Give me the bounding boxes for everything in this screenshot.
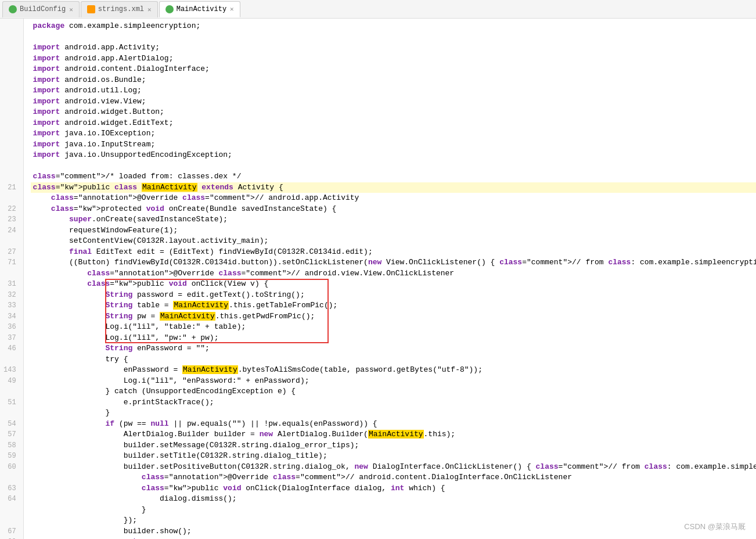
watermark: CSDN @菜浪马厩 [684,522,746,532]
code-line-40: builder.setTitle(C0132R.string.dialog_ti… [31,451,756,462]
code-line-31: try { [31,354,756,365]
tab-strings-xml[interactable]: strings.xml ✕ [81,1,158,17]
tab-mainactivity-icon [165,5,174,13]
code-line-5: import android.os.Bundle; [31,75,756,86]
code-line-29: Log.i("lil", "pw:" + pw); [31,333,756,344]
tab-buildconfig[interactable]: BuildConfig ✕ [2,1,80,17]
tab-bar: BuildConfig ✕ strings.xml ✕ MainActivity… [0,0,756,19]
code-line-33: Log.i("lil", "enPassword:" + enPassword)… [31,376,756,387]
line-numbers: 2122232427713132333436374614349515457585… [0,19,24,539]
code-line-4: import android.content.DialogInterface; [31,64,756,75]
tab-strings-xml-close[interactable]: ✕ [147,6,152,13]
code-line-43: class="kw">public void onClick(DialogInt… [31,483,756,494]
code-line-18: super.onCreate(savedInstanceState); [31,214,756,225]
code-line-37: if (pw == null || pw.equals("") || !pw.e… [31,419,756,430]
code-line-27: String pw = MainActivity.this.getPwdFrom… [31,311,756,322]
code-line-21: final EditText edit = (EditText) findVie… [31,247,756,258]
code-line-26: String table = MainActivity.this.getTabl… [31,300,756,311]
code-line-39: builder.setMessage(C0132R.string.dialog_… [31,440,756,451]
code-line-35: e.printStackTrace(); [31,397,756,408]
code-line-41: builder.setPositiveButton(C0132R.string.… [31,462,756,473]
code-line-10: import java.io.IOException; [31,128,756,139]
code-line-24: class="kw">public void onClick(View v) { [31,279,756,290]
code-line-23: class="annotation">@Override class="comm… [31,268,756,279]
code-line-46: }); [31,515,756,526]
code-line-8: import android.widget.Button; [31,107,756,118]
code-line-3: import android.app.AlertDialog; [31,53,756,64]
tab-buildconfig-label: BuildConfig [20,5,66,13]
code-line-20: setContentView(C0132R.layout.activity_ma… [31,236,756,247]
code-line-45: } [31,505,756,516]
code-content[interactable]: package com.example.simpleencryption;imp… [24,19,756,539]
tab-mainactivity-label: MainActivity [177,5,226,13]
tab-buildconfig-icon [9,5,17,13]
code-line-2: import android.app.Activity; [31,42,756,53]
code-line-36: } [31,408,756,419]
code-line-47: builder.show(); [31,526,756,537]
code-line-28: Log.i("lil", "table:" + table); [31,322,756,333]
code-line-7: import android.view.View; [31,96,756,107]
tab-buildconfig-close[interactable]: ✕ [69,6,73,13]
editor-area: 2122232427713132333436374614349515457585… [0,19,756,539]
code-line-32: enPassword = MainActivity.bytesToAliSmsC… [31,365,756,376]
tab-strings-xml-icon [87,5,95,13]
tab-strings-xml-label: strings.xml [98,5,144,13]
code-line-17: class="kw">protected void onCreate(Bundl… [31,204,756,215]
code-line-42: class="annotation">@Override class="comm… [31,472,756,483]
code-line-11: import java.io.InputStream; [31,139,756,150]
code-line-25: String password = edit.getText().toStrin… [31,290,756,301]
code-line-15: class="kw">public class MainActivity ext… [31,182,756,193]
code-line-30: String enPassword = ""; [31,343,756,354]
code-line-44: dialog.dismiss(); [31,494,756,505]
code-line-9: import android.widget.EditText; [31,118,756,129]
code-line-38: AlertDialog.Builder builder = new AlertD… [31,429,756,440]
code-line-48: return; [31,537,756,539]
code-line-14: class="comment">/* loaded from: classes.… [31,171,756,182]
code-line-12: import java.io.UnsupportedEncodingExcept… [31,150,756,161]
code-line-0: package com.example.simpleencryption; [31,21,756,32]
code-line-16: class="annotation">@Override class="comm… [31,193,756,204]
tab-mainactivity-close[interactable]: ✕ [230,5,234,13]
tab-mainactivity[interactable]: MainActivity ✕ [159,1,240,17]
code-line-1 [31,32,756,43]
code-line-6: import android.util.Log; [31,85,756,96]
code-line-34: } catch (UnsupportedEncodingException e)… [31,386,756,397]
code-line-22: ((Button) findViewById(C0132R.C0134id.bu… [31,257,756,268]
code-line-13 [31,161,756,172]
code-line-19: requestWindowFeature(1); [31,225,756,236]
